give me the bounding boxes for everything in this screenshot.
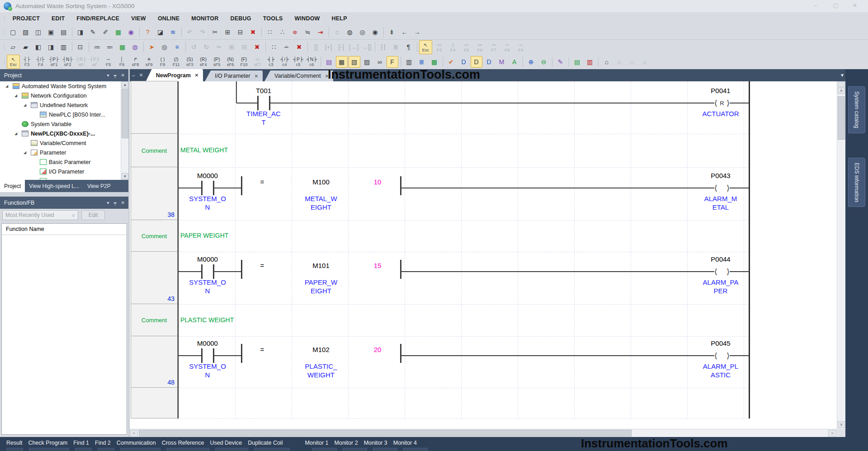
scrollbar-thumb[interactable]	[838, 96, 845, 140]
monitor-f5-button[interactable]: ▭F5	[460, 40, 473, 54]
close-button[interactable]: ✕	[853, 2, 857, 9]
scroll-up-button[interactable]: ∧	[838, 87, 845, 94]
ladder-editor[interactable]	[130, 81, 837, 429]
closed-contact-button[interactable]: ┤/├F4	[34, 55, 47, 69]
tree-item-newplc-xbc-dxxxe-[interactable]: ◢NewPLC(XBC-DxxxE)-...	[0, 129, 128, 138]
remove-node-icon[interactable]: ∸	[281, 41, 292, 53]
spectacles-monitor-icon[interactable]: ∞	[374, 56, 386, 68]
special-contact-c4-button[interactable]: ╡/╞c4	[278, 55, 291, 69]
minimize-button[interactable]: –	[814, 2, 817, 9]
menu-tools[interactable]: TOOLS	[257, 15, 289, 22]
right-tab-system-catalog[interactable]: System catalog	[848, 86, 865, 133]
tree-item-variable-comment[interactable]: Variable/Comment	[0, 138, 128, 148]
bottom-tab-stub-find-1[interactable]: Find 1	[75, 448, 92, 451]
open-contact-button[interactable]: ┤├F3	[20, 55, 33, 69]
select-mode-button[interactable]: ↖Esc	[419, 40, 432, 54]
write-plc-icon[interactable]: ≔	[91, 41, 103, 53]
tab-close-icon[interactable]: ✕	[255, 74, 258, 79]
device-view-m-icon[interactable]: M	[496, 56, 508, 68]
menu-window[interactable]: WINDOW	[289, 15, 326, 22]
bottom-tab-stub-monitor-2[interactable]: Monitor 2	[343, 448, 367, 451]
horizontal-line-button[interactable]: ─F5	[102, 55, 115, 69]
monitor-f6-button[interactable]: ↦F6	[473, 40, 486, 54]
pulse-coil-button[interactable]: (P)sF5	[210, 55, 223, 69]
panel-tab-view-p2p[interactable]: View P2P	[83, 180, 115, 192]
tree-item-parameter[interactable]: ◢Parameter	[0, 148, 128, 157]
goto-step-icon[interactable]: ⇟	[386, 26, 398, 38]
resize-grip[interactable]	[837, 429, 845, 437]
menu-help[interactable]: HELP	[326, 15, 353, 22]
bottom-tab-stub-cross-reference[interactable]: Cross Reference	[166, 448, 210, 451]
factory-2-icon[interactable]: ⌂	[613, 56, 625, 68]
bottom-tab-stub-monitor-3[interactable]: Monitor 3	[373, 448, 397, 451]
tile-horizontal-icon[interactable]: ◧	[33, 41, 44, 53]
check-program-icon[interactable]: ✔	[445, 56, 457, 68]
tab-close-icon[interactable]: ✕	[195, 73, 198, 78]
usage-chart-icon[interactable]: ▥	[403, 56, 415, 68]
program-comment-icon[interactable]: ▤	[323, 56, 335, 68]
grid-view-icon[interactable]: ⊡	[75, 41, 86, 53]
menu-edit[interactable]: EDIT	[46, 15, 71, 22]
bottom-tab-used-device[interactable]: Used Device	[210, 440, 242, 446]
bottom-tab-communication[interactable]: Communication	[117, 440, 156, 446]
editor-vertical-scrollbar[interactable]: ∧ ∨	[837, 81, 846, 429]
rising-pulse-button[interactable]: ┤R├aR	[75, 55, 88, 69]
bottom-tab-stub-find-2[interactable]: Find 2	[98, 448, 114, 451]
bottom-tab-stub-communication[interactable]: Communication	[120, 448, 160, 451]
grid-display-icon[interactable]: ▦	[336, 56, 348, 68]
replace-icon[interactable]: ◉	[369, 26, 381, 38]
zoom-out-icon[interactable]: ⊖	[538, 56, 550, 68]
bottom-tab-monitor-2[interactable]: Monitor 2	[335, 440, 358, 446]
bottom-tab-stub-duplicate-coil[interactable]: Duplicate Coil	[254, 448, 290, 451]
connect-icon[interactable]: ↺	[188, 41, 200, 53]
list-view-icon[interactable]: ≣	[390, 41, 402, 53]
reset-coil-button[interactable]: (R)sF4	[197, 55, 210, 69]
factory-3-icon[interactable]: ⌂	[626, 56, 638, 68]
bottom-tab-result[interactable]: Result	[6, 440, 22, 446]
scroll-down-button[interactable]: ▼	[122, 173, 128, 179]
redo-icon[interactable]: ↷	[197, 26, 208, 38]
tab-variable-comment[interactable]: Variable/Comment✕	[264, 70, 333, 81]
tab-newprogram[interactable]: NewProgram✕	[146, 69, 203, 81]
open-project-icon[interactable]: ▧	[20, 26, 32, 38]
bottom-tab-stub-monitor-1[interactable]: Monitor 1	[312, 448, 336, 451]
find-device-icon[interactable]: ◎	[357, 26, 368, 38]
device-comment-icon[interactable]: F	[387, 56, 398, 68]
menu-debug[interactable]: DEBUG	[225, 15, 257, 22]
monitor-grid-icon[interactable]: ▦	[117, 41, 128, 53]
bottom-tab-monitor-4[interactable]: Monitor 4	[393, 440, 417, 446]
disconnect-icon[interactable]: ↻	[201, 41, 212, 53]
sfc-icon[interactable]: ≋	[167, 26, 179, 38]
panel-close-icon[interactable]: ✕	[121, 73, 125, 78]
right-tab-eds-information[interactable]: EDS information	[848, 158, 865, 207]
cascade-windows-icon[interactable]: ▰	[20, 41, 32, 53]
connect-line-button[interactable]: ↱sF8	[129, 55, 142, 69]
add-node-icon[interactable]: ∷	[268, 41, 280, 53]
special-contact-c5-button[interactable]: ╡P╞c5	[292, 55, 305, 69]
scroll-right-button[interactable]: >	[828, 430, 836, 437]
panel-pin-icon[interactable]: ┯	[114, 73, 117, 78]
paste-2-icon[interactable]: ⊟	[239, 41, 250, 53]
tree-item-partial[interactable]	[0, 176, 128, 180]
find-again-icon[interactable]: ◍	[344, 26, 356, 38]
copy-icon[interactable]: ⊞	[222, 26, 234, 38]
cut-icon[interactable]: ✂	[209, 26, 221, 38]
panel-pin-icon[interactable]: ┯	[114, 200, 117, 205]
scan-icon[interactable]: ◎	[159, 41, 170, 53]
device-view-d2-icon[interactable]: D	[471, 56, 482, 68]
tab-pin-icon[interactable]: ⌐	[132, 73, 135, 78]
arrow-tool-button[interactable]: ↖Esc	[7, 55, 20, 69]
block-goto-icon[interactable]: →[]	[361, 41, 373, 53]
color-wheel-icon[interactable]: ◉	[125, 26, 137, 38]
set-coil-button[interactable]: (S)sF3	[183, 55, 196, 69]
zoom-in-icon[interactable]: ⊕	[525, 56, 537, 68]
manual-book-icon[interactable]: ▤	[571, 56, 583, 68]
rising-contact-button[interactable]: ┤P├sF1	[47, 55, 61, 69]
new-window-icon[interactable]: ▱	[7, 41, 19, 53]
run-icon[interactable]: ➤	[146, 41, 158, 53]
closed-coil-button[interactable]: (/)F11	[170, 55, 183, 69]
help-icon[interactable]: ?	[142, 26, 154, 38]
bottom-tab-cross-reference[interactable]: Cross Reference	[162, 440, 204, 446]
tree-expand-icon[interactable]: ◢	[24, 103, 26, 107]
bottom-tab-check-program[interactable]: Check Program	[28, 440, 67, 446]
